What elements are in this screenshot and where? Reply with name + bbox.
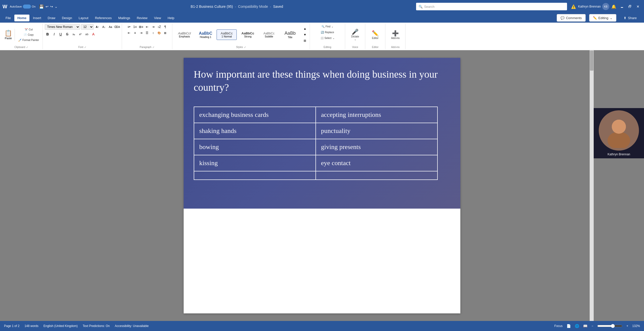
shading-button[interactable]: 🎨 [156, 30, 162, 36]
style-strong[interactable]: AaBbCc Strong [238, 29, 258, 40]
table-row[interactable]: bowinggiving presents [194, 139, 437, 155]
notifications-icon[interactable]: 🔔 [611, 4, 616, 9]
zoom-out-icon[interactable]: − [591, 324, 593, 328]
table-cell-right[interactable]: eye contact [316, 155, 437, 171]
copy-button[interactable]: 📄 Copy [17, 32, 41, 37]
font-size-select[interactable]: 12 [81, 24, 94, 30]
menu-insert[interactable]: Insert [30, 15, 44, 21]
zoom-in-icon[interactable]: + [626, 324, 628, 328]
format-painter-button[interactable]: 🖌️ Format Painter [17, 38, 41, 42]
table-row[interactable]: shaking handspunctuality [194, 123, 437, 139]
show-formatting-button[interactable]: ¶ [163, 24, 168, 30]
maximize-button[interactable]: 🗗 [626, 3, 633, 10]
editor-button[interactable]: ✏️ Editor [370, 29, 380, 40]
table-cell-right[interactable]: giving presents [316, 139, 437, 155]
table-cell-right[interactable]: accepting interruptions [316, 107, 437, 123]
editing-button[interactable]: ✏️ Editing ⌄ [589, 14, 617, 22]
table-cell-left[interactable] [194, 171, 316, 180]
paragraph-expand-icon[interactable]: ⤢ [152, 46, 154, 49]
table-cell-right[interactable] [316, 171, 437, 180]
decrease-size-button[interactable]: A↓ [101, 24, 107, 30]
web-layout-icon[interactable]: 🌐 [575, 324, 579, 328]
font-expand-icon[interactable]: ⤢ [84, 46, 86, 49]
bullets-button[interactable]: ≡• [126, 24, 132, 30]
dictate-button[interactable]: 🎤 Dictate ⌄ [350, 28, 360, 42]
save-icon[interactable]: 💾 [39, 4, 44, 9]
multilevel-button[interactable]: ⊞≡ [138, 24, 144, 30]
menu-mailings[interactable]: Mailings [115, 15, 133, 21]
addins-button[interactable]: ➕ Add-ins [390, 29, 401, 40]
style-subtitle[interactable]: AaBbCc Subtitle [259, 29, 279, 40]
bold-button[interactable]: B [45, 31, 50, 37]
table-cell-left[interactable]: shaking hands [194, 123, 316, 139]
borders-button[interactable]: ⊞ [163, 30, 168, 36]
menu-review[interactable]: Review [134, 15, 151, 21]
menu-file[interactable]: File [3, 15, 14, 21]
styles-expand-icon[interactable]: ⤢ [244, 46, 246, 49]
table-cell-left[interactable]: exchanging business cards [194, 107, 316, 123]
search-bar[interactable]: 🔍 Search [416, 3, 567, 10]
style-normal[interactable]: AaBbCc 1 Normal [217, 29, 237, 40]
italic-button[interactable]: I [51, 31, 57, 37]
clipboard-expand-icon[interactable]: ⤢ [26, 46, 28, 49]
read-mode-icon[interactable]: 📖 [583, 324, 587, 328]
close-button[interactable]: ✕ [634, 3, 641, 10]
menu-draw[interactable]: Draw [45, 15, 58, 21]
align-center-button[interactable]: ≡ [132, 30, 138, 36]
scroll-thumb[interactable] [590, 51, 593, 71]
increase-size-button[interactable]: A↑ [95, 24, 100, 30]
align-left-button[interactable]: ⇤ [126, 30, 132, 36]
autosave-toggle[interactable] [23, 5, 31, 9]
table-cell-left[interactable]: bowing [194, 139, 316, 155]
table-row[interactable] [194, 171, 437, 180]
numbering-button[interactable]: 1≡ [132, 24, 138, 30]
menu-view[interactable]: View [151, 15, 164, 21]
line-spacing-button[interactable]: ↕ [150, 30, 156, 36]
text-color-button[interactable]: A [91, 31, 96, 37]
styles-more-icon[interactable]: ⊞ [302, 38, 308, 43]
replace-button[interactable]: 🔄 Replace [319, 30, 336, 35]
style-heading1[interactable]: AaBbC Heading 1 [195, 29, 216, 40]
document-page[interactable]: How important are these things when doin… [184, 58, 460, 313]
table-cell-right[interactable]: punctuality [316, 123, 437, 139]
menu-references[interactable]: References [92, 15, 114, 21]
scroll-track[interactable] [590, 50, 594, 321]
subscript-button[interactable]: x₂ [71, 31, 76, 37]
styles-up-icon[interactable]: ▲ [302, 26, 308, 31]
style-title[interactable]: AaBb Title [280, 29, 300, 40]
zoom-slider[interactable] [597, 324, 622, 328]
menu-help[interactable]: Help [165, 15, 177, 21]
strikethrough-button[interactable]: S [64, 31, 70, 37]
find-button[interactable]: 🔍 Find ⌄ [320, 24, 335, 29]
sort-button[interactable]: ↕Z [156, 24, 162, 30]
slide-title[interactable]: How important are these things when doin… [194, 68, 450, 94]
font-name-select[interactable]: Times New Roman [45, 24, 80, 30]
decrease-indent-button[interactable]: ⇤ [144, 24, 150, 30]
table-row[interactable]: exchanging business cardsaccepting inter… [194, 107, 437, 123]
print-layout-icon[interactable]: 📄 [567, 324, 571, 328]
increase-indent-button[interactable]: ⇥ [150, 24, 156, 30]
undo-icon[interactable]: ↩ [46, 5, 49, 9]
redo-icon[interactable]: ↪ [50, 5, 53, 9]
comments-button[interactable]: 💬 Comments [557, 14, 586, 22]
menu-design[interactable]: Design [59, 15, 75, 21]
clear-format-button[interactable]: ⌫A [114, 24, 120, 30]
align-justify-button[interactable]: ☰ [144, 30, 150, 36]
select-button[interactable]: ⬜ Select ⌄ [319, 36, 336, 40]
table-cell-left[interactable]: kissing [194, 155, 316, 171]
minimize-button[interactable]: 🗕 [618, 3, 625, 10]
more-icon[interactable]: ⌄ [55, 5, 58, 9]
superscript-button[interactable]: x² [77, 31, 83, 37]
cut-button[interactable]: ✂️ Cut [17, 27, 41, 32]
paste-button[interactable]: 📋 Paste [2, 29, 15, 41]
share-button[interactable]: ⬆ Share [620, 14, 640, 22]
table-row[interactable]: kissingeye contact [194, 155, 437, 171]
styles-down-icon[interactable]: ▼ [302, 32, 308, 37]
focus-label[interactable]: Focus [554, 324, 563, 328]
underline-button[interactable]: U [58, 31, 63, 37]
menu-layout[interactable]: Layout [75, 15, 91, 21]
menu-home[interactable]: Home [14, 15, 29, 21]
style-emphasis[interactable]: AaBbCcI Emphasis [174, 29, 194, 40]
zoom-level[interactable]: 132% [632, 324, 640, 328]
change-case-button[interactable]: Aa [108, 24, 113, 30]
